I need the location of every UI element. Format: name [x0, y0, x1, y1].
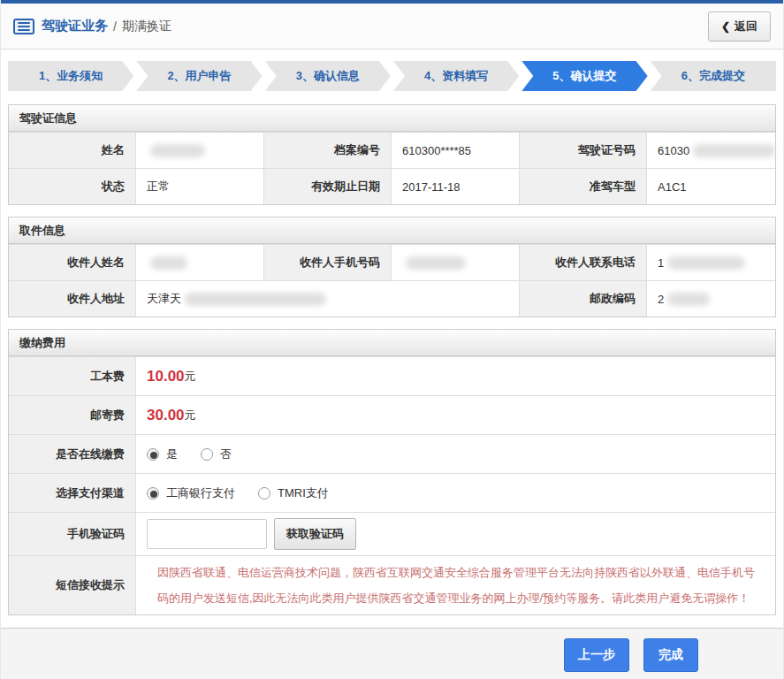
table-row: 收件人姓名 收件人手机号码 收件人联系电话 1	[9, 244, 775, 280]
finish-button[interactable]: 完成	[643, 638, 698, 672]
redacted-blur	[667, 293, 710, 306]
work-fee-value: 10.00元	[136, 357, 775, 395]
sms-code-input[interactable]	[147, 519, 267, 549]
recipient-phone-label: 收件人联系电话	[520, 245, 647, 280]
work-fee-row: 工本费 10.00元	[9, 356, 775, 395]
online-pay-yes-label[interactable]: 是	[166, 446, 178, 462]
status-label: 状态	[9, 169, 136, 204]
tmri-pay-radio[interactable]	[258, 487, 270, 500]
recipient-address-label: 收件人地址	[9, 281, 136, 317]
sms-code-field: 获取验证码	[136, 513, 775, 555]
postage-fee-value: 30.00元	[136, 396, 775, 434]
recipient-name-label: 收件人姓名	[9, 245, 136, 280]
sms-notice-label: 短信接收提示	[9, 556, 136, 614]
recipient-mobile-label: 收件人手机号码	[264, 245, 392, 280]
tmri-pay-label[interactable]: TMRI支付	[278, 485, 329, 501]
footer-action-bar: 上一步 完成	[1, 628, 783, 679]
pay-channel-label: 选择支付渠道	[9, 474, 136, 512]
back-button[interactable]: ❮ 返回	[708, 11, 771, 42]
redacted-blur	[693, 144, 775, 157]
payment-title: 缴纳费用	[9, 330, 775, 356]
header: 驾驶证业务 / 期满换证 ❮ 返回	[1, 4, 783, 50]
recipient-phone-value: 1	[647, 245, 775, 280]
file-number-label: 档案编号	[264, 133, 392, 168]
step-6-complete-submit[interactable]: 6、完成提交	[651, 61, 776, 91]
postal-code-value: 2	[647, 281, 775, 317]
redacted-blur	[150, 256, 187, 270]
postage-fee-row: 邮寄费 30.00元	[9, 395, 775, 434]
pickup-info-title: 取件信息	[9, 217, 775, 244]
previous-step-button[interactable]: 上一步	[564, 638, 629, 672]
expiry-date-value: 2017-11-18	[392, 169, 520, 204]
redacted-blur	[667, 256, 745, 270]
name-value	[136, 133, 264, 168]
get-sms-code-button[interactable]: 获取验证码	[274, 518, 356, 550]
license-info-title: 驾驶证信息	[9, 105, 775, 132]
sms-code-label: 手机验证码	[9, 513, 136, 555]
chevron-left-icon: ❮	[721, 20, 730, 33]
page: 驾驶证业务 / 期满换证 ❮ 返回 1、业务须知 2、用户申告 3、确认信息 4…	[0, 0, 784, 679]
icbc-pay-label[interactable]: 工商银行支付	[166, 485, 235, 501]
recipient-name-value	[136, 245, 264, 280]
online-pay-row: 是否在线缴费 是 否	[9, 434, 775, 473]
expiry-date-label: 有效期止日期	[264, 169, 392, 204]
pay-channel-options: 工商银行支付 TMRI支付	[136, 474, 775, 512]
online-pay-no-label[interactable]: 否	[220, 446, 232, 462]
license-number-value: 61030	[647, 133, 775, 168]
name-label: 姓名	[9, 133, 136, 168]
redacted-blur	[185, 293, 326, 306]
vehicle-class-label: 准驾车型	[520, 169, 647, 204]
work-fee-label: 工本费	[9, 357, 136, 395]
online-pay-yes-radio[interactable]	[147, 448, 159, 461]
work-fee-unit: 元	[185, 369, 196, 385]
redacted-blur	[150, 144, 205, 157]
status-value: 正常	[136, 169, 264, 204]
work-fee-amount: 10.00	[147, 368, 185, 385]
license-number-label: 驾驶证号码	[520, 133, 647, 168]
pay-channel-row: 选择支付渠道 工商银行支付 TMRI支付	[9, 473, 775, 512]
online-pay-no-radio[interactable]	[201, 448, 213, 461]
icbc-pay-radio[interactable]	[147, 487, 159, 500]
breadcrumb-current: 期满换证	[122, 19, 171, 34]
sms-notice-cell: 因陕西省联通、电信运营商技术问题，陕西省互联网交通安全综合服务管理平台无法向持陕…	[136, 556, 775, 614]
postage-fee-unit: 元	[185, 408, 196, 423]
online-pay-label: 是否在线缴费	[9, 435, 136, 473]
postage-fee-label: 邮寄费	[9, 396, 136, 434]
document-list-icon	[13, 19, 34, 34]
payment-section: 缴纳费用 工本费 10.00元 邮寄费 30.00元 是否在线缴费 是 否 选择…	[8, 329, 776, 615]
online-pay-options: 是 否	[136, 435, 775, 473]
sms-code-row: 手机验证码 获取验证码	[9, 512, 775, 555]
vehicle-class-value: A1C1	[647, 169, 775, 204]
recipient-address-value: 天津天	[136, 281, 520, 317]
breadcrumb-separator: /	[113, 19, 117, 34]
file-number-value: 610300****85	[392, 133, 520, 168]
table-row: 状态 正常 有效期止日期 2017-11-18 准驾车型 A1C1	[9, 168, 775, 204]
step-3-confirm-info[interactable]: 3、确认信息	[265, 61, 391, 91]
redacted-blur	[406, 256, 466, 270]
table-row: 收件人地址 天津天 邮政编码 2	[9, 280, 775, 317]
back-button-label: 返回	[735, 19, 757, 34]
step-1-business-notice[interactable]: 1、业务须知	[8, 61, 133, 91]
step-wizard: 1、业务须知 2、用户申告 3、确认信息 4、资料填写 5、确认提交 6、完成提…	[8, 61, 776, 91]
sms-notice-text: 因陕西省联通、电信运营商技术问题，陕西省互联网交通安全综合服务管理平台无法向持陕…	[147, 556, 775, 614]
recipient-mobile-value	[392, 245, 520, 280]
license-info-section: 驾驶证信息 姓名 档案编号 610300****85 驾驶证号码 61030 状…	[8, 104, 776, 205]
postal-code-label: 邮政编码	[520, 281, 647, 317]
step-4-fill-materials[interactable]: 4、资料填写	[393, 61, 519, 91]
page-title: 驾驶证业务	[42, 18, 108, 34]
table-row: 姓名 档案编号 610300****85 驾驶证号码 61030	[9, 132, 775, 168]
step-2-user-declaration[interactable]: 2、用户申告	[136, 61, 262, 91]
postage-fee-amount: 30.00	[147, 407, 185, 424]
pickup-info-section: 取件信息 收件人姓名 收件人手机号码 收件人联系电话 1 收件人地址 天津天	[8, 217, 776, 317]
sms-notice-row: 短信接收提示 因陕西省联通、电信运营商技术问题，陕西省互联网交通安全综合服务管理…	[9, 555, 775, 614]
step-5-confirm-submit[interactable]: 5、确认提交	[521, 61, 647, 91]
